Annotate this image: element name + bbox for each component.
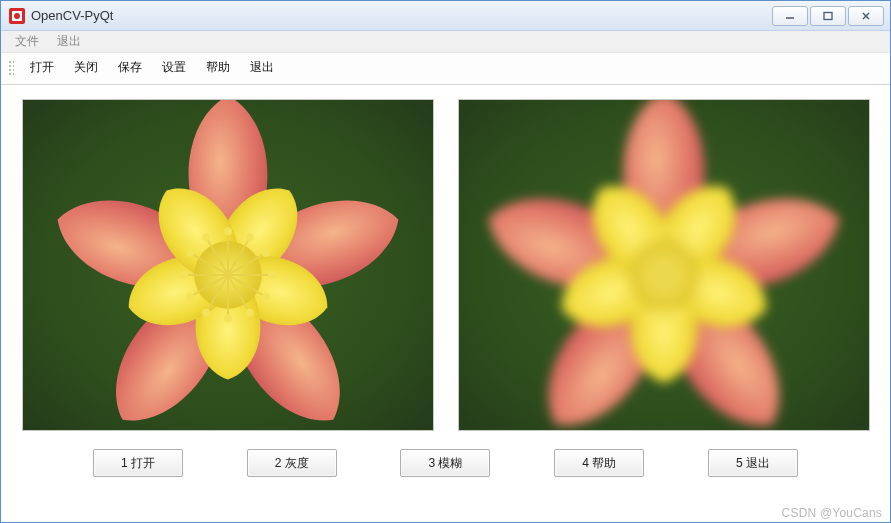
svg-point-22 — [261, 293, 269, 301]
title-bar: OpenCV-PyQt — [1, 1, 890, 31]
toolbar: 打开 关闭 保存 设置 帮助 退出 — [1, 53, 890, 85]
toolbar-open[interactable]: 打开 — [20, 56, 64, 79]
svg-point-24 — [224, 315, 232, 323]
toolbar-save[interactable]: 保存 — [108, 56, 152, 79]
svg-point-23 — [245, 309, 253, 317]
menu-exit[interactable]: 退出 — [49, 31, 89, 52]
window-title: OpenCV-PyQt — [31, 8, 113, 23]
svg-point-18 — [224, 227, 232, 235]
close-button[interactable] — [848, 6, 884, 26]
svg-point-27 — [180, 271, 188, 279]
toolbar-exit[interactable]: 退出 — [240, 56, 284, 79]
menu-file[interactable]: 文件 — [7, 31, 47, 52]
svg-point-26 — [186, 293, 194, 301]
button-row: 1 打开 2 灰度 3 模糊 4 帮助 5 退出 — [1, 439, 890, 477]
svg-rect-1 — [824, 12, 832, 19]
processed-image-panel — [458, 99, 870, 431]
maximize-button[interactable] — [810, 6, 846, 26]
flower-image — [23, 100, 433, 430]
minimize-button[interactable] — [772, 6, 808, 26]
toolbar-grip-icon — [7, 59, 14, 77]
exit-button[interactable]: 5 退出 — [708, 449, 798, 477]
svg-point-20 — [261, 249, 269, 257]
svg-point-19 — [245, 233, 253, 241]
svg-point-25 — [202, 309, 210, 317]
blur-button[interactable]: 3 模糊 — [400, 449, 490, 477]
app-icon — [9, 8, 25, 24]
grayscale-button[interactable]: 2 灰度 — [247, 449, 337, 477]
svg-point-21 — [267, 271, 275, 279]
toolbar-help[interactable]: 帮助 — [196, 56, 240, 79]
toolbar-close[interactable]: 关闭 — [64, 56, 108, 79]
help-button[interactable]: 4 帮助 — [554, 449, 644, 477]
svg-point-28 — [186, 249, 194, 257]
toolbar-settings[interactable]: 设置 — [152, 56, 196, 79]
open-button[interactable]: 1 打开 — [93, 449, 183, 477]
flower-image-blurred — [458, 99, 870, 431]
image-area — [1, 85, 890, 439]
watermark: CSDN @YouCans — [782, 506, 882, 520]
svg-point-29 — [202, 233, 210, 241]
window-controls — [772, 6, 884, 26]
original-image-panel — [22, 99, 434, 431]
menu-bar: 文件 退出 — [1, 31, 890, 53]
